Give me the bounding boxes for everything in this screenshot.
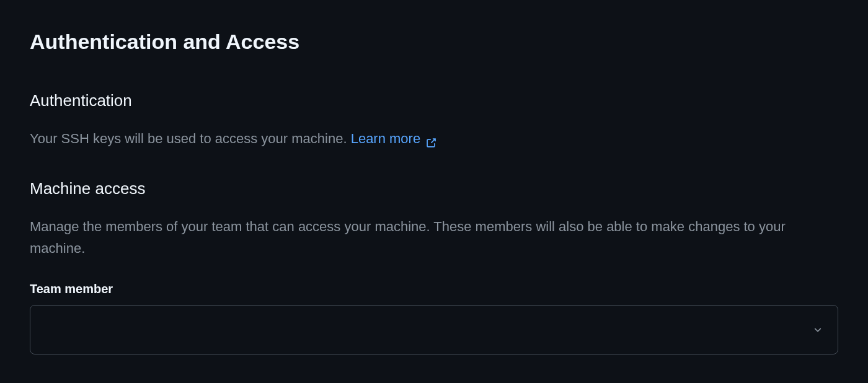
- learn-more-label: Learn more: [351, 128, 421, 149]
- machine-access-description: Manage the members of your team that can…: [30, 216, 838, 259]
- machine-access-heading: Machine access: [30, 179, 838, 198]
- external-link-icon: [425, 133, 436, 144]
- team-member-label: Team member: [30, 282, 838, 296]
- authentication-description: Your SSH keys will be used to access you…: [30, 128, 838, 149]
- team-member-select[interactable]: [30, 305, 838, 354]
- machine-access-section: Machine access Manage the members of you…: [30, 179, 838, 354]
- authentication-section: Authentication Your SSH keys will be use…: [30, 91, 838, 149]
- learn-more-link[interactable]: Learn more: [351, 128, 437, 149]
- team-member-form-group: Team member: [30, 282, 838, 354]
- authentication-description-text: Your SSH keys will be used to access you…: [30, 131, 351, 146]
- page-title: Authentication and Access: [30, 30, 838, 54]
- authentication-heading: Authentication: [30, 91, 838, 110]
- team-member-select-wrapper: [30, 305, 838, 354]
